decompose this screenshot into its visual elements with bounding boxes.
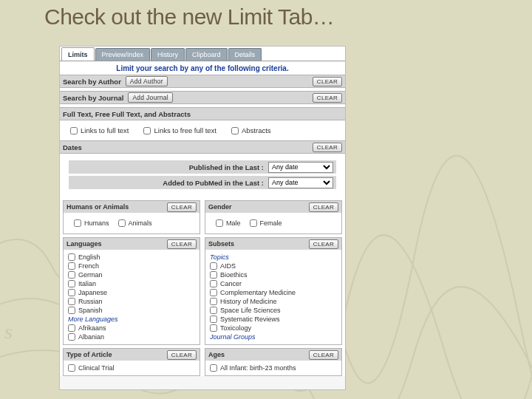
check-lang-japanese[interactable]: Japanese bbox=[68, 289, 195, 296]
check-lang-english[interactable]: English bbox=[68, 253, 195, 261]
check-links-free-fulltext[interactable]: Links to free full text bbox=[143, 126, 216, 134]
journal-groups-label: Journal Groups bbox=[210, 333, 337, 341]
added-last-label: Added to PubMed in the Last : bbox=[72, 179, 268, 187]
check-lang-german[interactable]: German bbox=[68, 271, 195, 279]
published-last-label: Published in the Last : bbox=[72, 163, 268, 171]
check-article-clinical-trial[interactable]: Clinical Trial bbox=[68, 364, 195, 372]
check-lang-french[interactable]: French bbox=[68, 262, 195, 270]
article-type-box: Type of Article Clear Clinical Trial bbox=[63, 348, 200, 376]
check-topic-complementary[interactable]: Complementary Medicine bbox=[210, 289, 337, 296]
check-topic-systematic[interactable]: Systematic Reviews bbox=[210, 316, 337, 323]
ages-header: Ages bbox=[208, 351, 225, 358]
published-last-select[interactable]: Any date bbox=[268, 162, 333, 173]
section-journal-label: Search by Journal bbox=[63, 94, 123, 102]
check-female[interactable]: Female bbox=[250, 219, 282, 227]
check-lang-russian[interactable]: Russian bbox=[68, 298, 195, 305]
subsets-box: Subsets Clear Topics AIDS Bioethics Canc… bbox=[205, 237, 342, 345]
section-journal: Search by Journal Add Journal Clear bbox=[60, 91, 345, 104]
ages-box: Ages Clear All Infant: birth-23 months bbox=[205, 348, 342, 376]
check-lang-italian[interactable]: Italian bbox=[68, 280, 195, 287]
section-fulltext-label: Full Text, Free Full Text, and Abstracts bbox=[63, 110, 191, 118]
published-last-row: Published in the Last : Any date bbox=[69, 160, 336, 174]
clear-journal-button[interactable]: Clear bbox=[313, 93, 342, 103]
gender-box: Gender Clear Male Female bbox=[205, 200, 342, 234]
clear-subsets-button[interactable]: Clear bbox=[309, 239, 338, 249]
check-topic-aids[interactable]: AIDS bbox=[210, 262, 337, 270]
added-last-select[interactable]: Any date bbox=[268, 177, 333, 188]
subsets-header: Subsets bbox=[208, 240, 234, 248]
check-abstracts[interactable]: Abstracts bbox=[231, 126, 271, 134]
check-topic-toxicology[interactable]: Toxicology bbox=[210, 324, 337, 332]
humans-header: Humans or Animals bbox=[66, 203, 129, 211]
section-author: Search by Author Add Author Clear bbox=[60, 75, 345, 88]
tab-details[interactable]: Details bbox=[228, 48, 262, 61]
dates-body: Published in the Last : Any date Added t… bbox=[60, 154, 345, 197]
tab-limits[interactable]: Limits bbox=[61, 47, 95, 61]
section-author-label: Search by Author bbox=[63, 78, 121, 86]
check-lang-spanish[interactable]: Spanish bbox=[68, 307, 195, 314]
section-dates: Dates Clear bbox=[60, 140, 345, 154]
check-male[interactable]: Male bbox=[216, 219, 241, 227]
tab-history[interactable]: History bbox=[151, 48, 185, 61]
add-journal-button[interactable]: Add Journal bbox=[128, 92, 173, 103]
section-dates-label: Dates bbox=[63, 143, 82, 151]
check-lang-albanian[interactable]: Albanian bbox=[68, 333, 195, 341]
svg-text:s: s bbox=[4, 320, 13, 343]
languages-box: Languages Clear English French German It… bbox=[63, 237, 200, 345]
tab-clipboard[interactable]: Clipboard bbox=[185, 48, 228, 61]
check-topic-space[interactable]: Space Life Sciences bbox=[210, 307, 337, 314]
more-languages-link[interactable]: More Languages bbox=[68, 316, 195, 323]
fulltext-body: Links to full text Links to free full te… bbox=[60, 120, 345, 140]
check-topic-cancer[interactable]: Cancer bbox=[210, 280, 337, 287]
added-last-row: Added to PubMed in the Last : Any date bbox=[69, 176, 336, 189]
clear-languages-button[interactable]: Clear bbox=[167, 239, 197, 249]
check-lang-afrikaans[interactable]: Afrikaans bbox=[68, 324, 195, 332]
clear-humans-button[interactable]: Clear bbox=[167, 202, 197, 212]
topics-label: Topics bbox=[210, 253, 337, 261]
clear-gender-button[interactable]: Clear bbox=[309, 202, 338, 212]
add-author-button[interactable]: Add Author bbox=[126, 76, 168, 86]
clear-ages-button[interactable]: Clear bbox=[309, 350, 338, 360]
check-humans[interactable]: Humans bbox=[74, 219, 109, 227]
limits-panel: Limits Preview/Index History Clipboard D… bbox=[59, 46, 346, 390]
instruction-text: Limit your search by any of the followin… bbox=[60, 61, 345, 75]
section-fulltext: Full Text, Free Full Text, and Abstracts bbox=[60, 107, 345, 120]
tab-row: Limits Preview/Index History Clipboard D… bbox=[60, 47, 345, 61]
gender-header: Gender bbox=[208, 203, 232, 211]
clear-dates-button[interactable]: Clear bbox=[313, 143, 342, 152]
check-topic-bioethics[interactable]: Bioethics bbox=[210, 271, 337, 279]
languages-header: Languages bbox=[66, 240, 102, 248]
slide-title: Check out the new Limit Tab… bbox=[44, 4, 334, 30]
check-links-fulltext[interactable]: Links to full text bbox=[70, 126, 129, 134]
tab-preview-index[interactable]: Preview/Index bbox=[95, 48, 151, 61]
humans-animals-box: Humans or Animals Clear Humans Animals bbox=[63, 200, 200, 234]
clear-article-button[interactable]: Clear bbox=[167, 350, 197, 360]
clear-author-button[interactable]: Clear bbox=[313, 77, 342, 86]
check-animals[interactable]: Animals bbox=[118, 219, 152, 227]
check-topic-history[interactable]: History of Medicine bbox=[210, 298, 337, 305]
article-header: Type of Article bbox=[66, 351, 112, 358]
check-age-all-infant[interactable]: All Infant: birth-23 months bbox=[210, 364, 337, 372]
